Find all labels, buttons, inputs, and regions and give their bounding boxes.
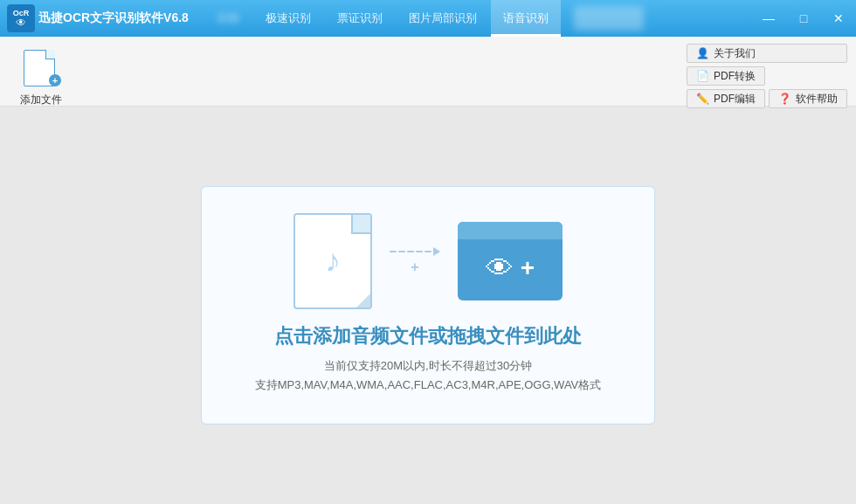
logo-eye-icon: 👁 bbox=[16, 17, 26, 28]
right-buttons: 👤 关于我们 📄 PDF转换 ✏️ PDF编辑 ❓ 软件帮助 bbox=[687, 44, 847, 108]
person-icon: 👤 bbox=[696, 47, 709, 59]
viewer-content: 👁 + bbox=[486, 252, 535, 285]
tab-fast-recognize[interactable]: 极速识别 bbox=[253, 0, 323, 37]
arrow-area: + bbox=[390, 247, 440, 275]
eye-viewer-icon: 👁 bbox=[486, 252, 514, 285]
tab-ticket-recognize[interactable]: 票证识别 bbox=[325, 0, 395, 37]
pdf-edit-button[interactable]: ✏️ PDF编辑 bbox=[687, 89, 765, 108]
app-logo-icon: OcR 👁 bbox=[7, 4, 35, 32]
close-button[interactable]: ✕ bbox=[821, 0, 856, 37]
music-note-icon: ♪ bbox=[325, 243, 341, 280]
file-plus-icon: + bbox=[49, 74, 61, 86]
ocr-viewer-icon: 👁 + bbox=[458, 222, 563, 300]
pdf-convert-icon: 📄 bbox=[696, 70, 709, 82]
nav-tabs: 识别 极速识别 票证识别 图片局部识别 语音识别 bbox=[204, 0, 561, 37]
tab-partial-recognize[interactable]: 图片局部识别 bbox=[397, 0, 489, 37]
minimize-button[interactable]: — bbox=[751, 0, 786, 37]
blurred-area bbox=[574, 6, 644, 31]
help-icon: ❓ bbox=[778, 93, 791, 105]
app-title: 迅捷OCR文字识别软件V6.8 bbox=[38, 10, 189, 26]
tab-recognize[interactable]: 识别 bbox=[204, 0, 252, 37]
maximize-button[interactable]: □ bbox=[786, 0, 821, 37]
dashed-arrow bbox=[390, 247, 440, 256]
drop-text: 点击添加音频文件或拖拽文件到此处 当前仅支持20M以内,时长不得超过30分钟 支… bbox=[255, 323, 602, 393]
app-logo: OcR 👁 迅捷OCR文字识别软件V6.8 bbox=[0, 4, 196, 32]
sub-text-formats: 支持MP3,MAV,M4A,WMA,AAC,FLAC,AC3,M4R,APE,O… bbox=[255, 377, 602, 393]
drop-zone[interactable]: ♪ + 👁 + bbox=[201, 186, 655, 425]
viewer-plus-icon: + bbox=[521, 254, 535, 282]
main-drop-text: 点击添加音频文件或拖拽文件到此处 bbox=[255, 323, 602, 349]
plus-icon: + bbox=[411, 259, 418, 275]
add-file-label: 添加文件 bbox=[20, 93, 62, 107]
sub-text-size-limit: 当前仅支持20M以内,时长不得超过30分钟 bbox=[255, 358, 602, 374]
window-controls: — □ ✕ bbox=[751, 0, 856, 37]
add-file-button[interactable]: + 添加文件 bbox=[13, 45, 69, 112]
tab-voice-recognize[interactable]: 语音识别 bbox=[491, 0, 561, 37]
title-bar: OcR 👁 迅捷OCR文字识别软件V6.8 识别 极速识别 票证识别 图片局部识… bbox=[0, 0, 856, 37]
pdf-edit-icon: ✏️ bbox=[696, 93, 709, 105]
main-content: ♪ + 👁 + bbox=[0, 107, 856, 504]
pdf-convert-button[interactable]: 📄 PDF转换 bbox=[687, 66, 765, 86]
add-file-icon: + bbox=[24, 50, 59, 88]
arrow-head-icon bbox=[433, 247, 440, 256]
illustration: ♪ + 👁 + bbox=[293, 213, 563, 309]
audio-file-icon: ♪ bbox=[293, 213, 372, 309]
software-help-button[interactable]: ❓ 软件帮助 bbox=[769, 89, 847, 108]
toolbar: + 添加文件 👤 关于我们 📄 PDF转换 ✏️ PDF编辑 ❓ 软件帮助 bbox=[0, 37, 856, 107]
about-us-button[interactable]: 👤 关于我们 bbox=[687, 44, 847, 63]
